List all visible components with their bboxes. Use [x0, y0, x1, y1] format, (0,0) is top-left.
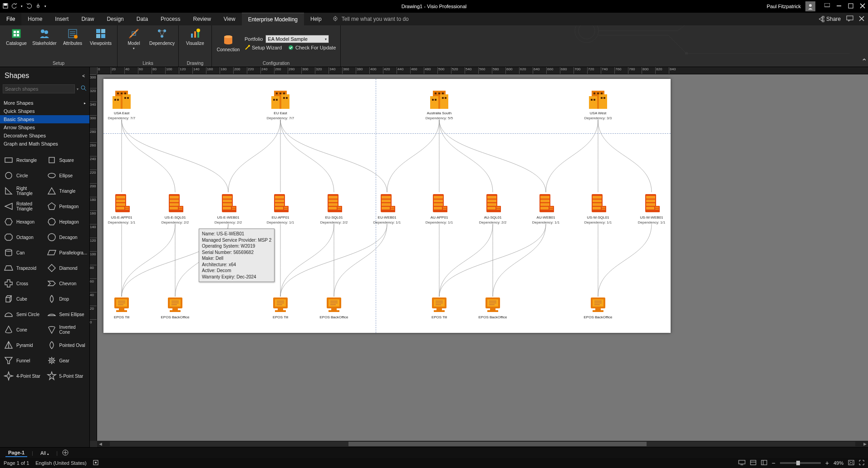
page-tab-current[interactable]: Page-1 — [5, 449, 27, 457]
tab-review[interactable]: Review — [186, 13, 217, 25]
shape-gear[interactable]: Gear — [45, 353, 88, 368]
zoom-slider[interactable] — [780, 462, 821, 464]
user-avatar[interactable] — [805, 1, 815, 11]
shape-category-more-shapes[interactable]: More Shapes▸ — [0, 99, 89, 107]
ribbon-display-options-icon[interactable] — [824, 3, 830, 10]
datacenter-node[interactable]: EU EastDependency: 7/7 — [258, 88, 303, 121]
shape-cross[interactable]: Cross — [2, 276, 45, 291]
epos-node[interactable]: EPOS BackOffice — [311, 297, 357, 320]
shape-cube[interactable]: Cube — [2, 291, 45, 307]
shape-semi-circle[interactable]: Semi Circle — [2, 307, 45, 322]
zoom-value[interactable]: 49% — [834, 460, 843, 466]
server-node[interactable]: US-E-WEB01Dependency: 2/2 — [206, 192, 251, 225]
server-node[interactable]: US-W-WEB01Dependency: 1/1 — [629, 192, 674, 225]
catalogue-button[interactable]: Catalogue — [5, 27, 28, 46]
server-node[interactable]: EU-SQL01Dependency: 2/2 — [311, 192, 357, 225]
shape-octagon[interactable]: Octagon — [2, 229, 45, 245]
zoom-in-icon[interactable]: + — [825, 459, 829, 467]
share-button[interactable]: Share — [818, 16, 841, 22]
fit-to-window-icon[interactable] — [848, 460, 854, 466]
shape-trapezoid[interactable]: Trapezoid — [2, 260, 45, 276]
shape-5-point-star[interactable]: 5-Point Star — [45, 368, 88, 384]
datacenter-node[interactable]: USA WestDependency: 3/3 — [575, 88, 621, 121]
datacenter-node[interactable]: Australia SouthDependency: 5/5 — [417, 88, 462, 121]
portfolio-select[interactable]: EA Model Sample ▾ — [265, 35, 329, 43]
tab-process[interactable]: Process — [154, 13, 186, 25]
server-node[interactable]: US-E-APP01Dependency: 1/1 — [99, 192, 144, 225]
tab-file[interactable]: File — [0, 13, 21, 25]
shape-category-graph-and-math-shapes[interactable]: Graph and Math Shapes — [0, 140, 89, 148]
add-page-button[interactable] — [62, 449, 69, 457]
shape-cone[interactable]: Cone — [2, 322, 45, 337]
minimize-icon[interactable] — [836, 3, 842, 10]
close-icon[interactable] — [860, 3, 865, 10]
zoom-out-icon[interactable]: − — [772, 459, 775, 467]
server-node[interactable]: US-W-SQL01Dependency: 1/1 — [575, 192, 621, 225]
datacenter-node[interactable]: USA EastDependency: 7/7 — [99, 88, 144, 121]
tab-insert[interactable]: Insert — [49, 13, 75, 25]
tab-view[interactable]: View — [217, 13, 242, 25]
comments-icon[interactable] — [846, 15, 853, 23]
search-icon[interactable] — [80, 85, 87, 93]
epos-node[interactable]: EPOS BackOffice — [152, 297, 198, 320]
model-button[interactable]: Model▾ — [122, 27, 146, 50]
touch-mode-icon[interactable] — [35, 3, 41, 10]
horizontal-scrollbar[interactable]: ◀ ▶ — [97, 441, 868, 447]
search-dropdown-icon[interactable]: ▾ — [77, 87, 78, 91]
shape-heptagon[interactable]: Heptagon — [45, 214, 88, 229]
collapse-ribbon-icon[interactable]: ⌃ — [860, 25, 868, 67]
epos-node[interactable]: EPOS Till — [99, 297, 144, 320]
shape-pyramid[interactable]: Pyramid — [2, 337, 45, 353]
language-status[interactable]: English (United States) — [35, 460, 87, 466]
shape-pointed-oval[interactable]: Pointed Oval — [45, 337, 88, 353]
shape-parallelogra-[interactable]: Parallelogra... — [45, 245, 88, 260]
tell-me-search[interactable]: Tell me what you want to do — [333, 13, 409, 25]
drawing-page[interactable]: USA EastDependency: 7/7EU EastDependency… — [103, 79, 671, 333]
shape-category-arrow-shapes[interactable]: Arrow Shapes — [0, 123, 89, 132]
scroll-left-icon[interactable]: ◀ — [97, 442, 103, 446]
visualize-button[interactable]: Visualize — [183, 27, 207, 46]
qat-dropdown-icon[interactable]: ▾ — [44, 5, 46, 8]
shapes-search-input[interactable] — [3, 84, 75, 93]
redo-icon[interactable] — [26, 3, 32, 10]
collapse-shapes-icon[interactable]: < — [82, 73, 85, 78]
viewpoints-button[interactable]: Viewpoints — [89, 27, 113, 46]
page-tab-all[interactable]: All ▴ — [38, 449, 52, 457]
shape-funnel[interactable]: Funnel — [2, 353, 45, 368]
close-pane-icon[interactable] — [859, 16, 864, 23]
tab-home[interactable]: Home — [21, 13, 49, 25]
shape-4-point-star[interactable]: 4-Point Star — [2, 368, 45, 384]
presentation-mode-icon[interactable] — [738, 460, 745, 466]
epos-node[interactable]: EPOS Till — [417, 297, 462, 320]
server-node[interactable]: AU-WEB01Dependency: 1/1 — [523, 192, 569, 225]
check-update-button[interactable]: Check For Update — [288, 45, 336, 50]
shape-can[interactable]: Can — [2, 245, 45, 260]
page-width-icon[interactable] — [761, 460, 767, 466]
horizontal-scroll-thumb[interactable] — [348, 442, 647, 446]
shape-square[interactable]: Square — [45, 152, 88, 168]
shape-pentagon[interactable]: Pentagon — [45, 199, 88, 214]
shape-rectangle[interactable]: Rectangle — [2, 152, 45, 168]
save-icon[interactable] — [3, 3, 8, 10]
connection-button[interactable]: Connection — [216, 34, 240, 52]
dependency-button[interactable]: Dependency — [150, 27, 174, 46]
setup-wizard-button[interactable]: Setup Wizard — [245, 45, 282, 50]
epos-node[interactable]: EPOS BackOffice — [470, 297, 515, 320]
shape-drop[interactable]: Drop — [45, 291, 88, 307]
macro-recording-icon[interactable] — [93, 460, 98, 466]
shape-right-triangle[interactable]: Right Triangle — [2, 183, 45, 199]
attributes-button[interactable]: Attributes — [61, 27, 84, 46]
fit-page-icon[interactable] — [750, 460, 756, 466]
server-node[interactable]: AU-SQL01Dependency: 2/2 — [470, 192, 515, 225]
epos-node[interactable]: EPOS BackOffice — [575, 297, 621, 320]
shape-semi-ellipse[interactable]: Semi Ellipse — [45, 307, 88, 322]
epos-node[interactable]: EPOS Till — [258, 297, 303, 320]
fullscreen-icon[interactable] — [859, 460, 864, 466]
tab-help[interactable]: Help — [304, 13, 328, 25]
canvas-viewport[interactable]: USA EastDependency: 7/7EU EastDependency… — [97, 74, 868, 441]
shape-circle[interactable]: Circle — [2, 168, 45, 183]
tab-enterprise-modelling[interactable]: Enterprise Modelling — [242, 13, 304, 25]
shape-chevron[interactable]: Chevron — [45, 276, 88, 291]
server-node[interactable]: EU-APP01Dependency: 1/1 — [258, 192, 303, 225]
shape-rotated-triangle[interactable]: Rotated Triangle — [2, 199, 45, 214]
